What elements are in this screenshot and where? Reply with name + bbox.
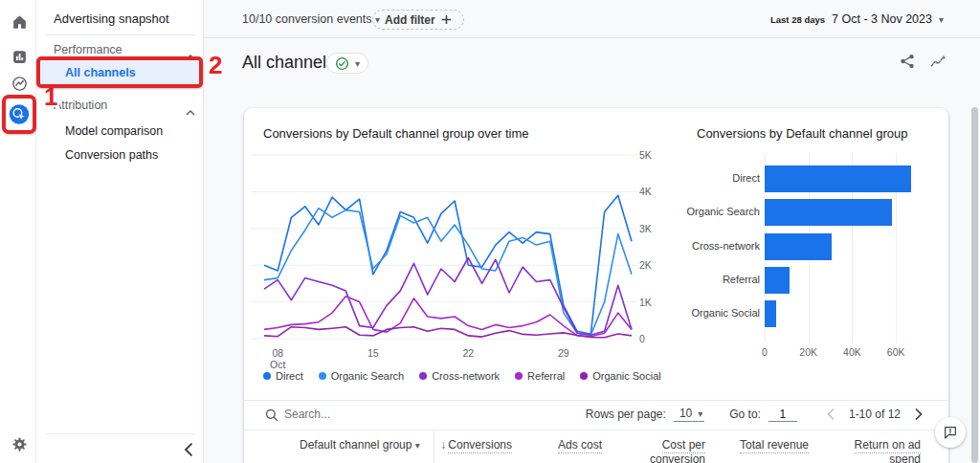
line-chart-y-axis: 5K4K3K2K1K0 (639, 151, 662, 352)
legend-dot-icon (419, 372, 427, 380)
column-label: Cost per conversion (650, 438, 705, 463)
nav-item-conversion-paths[interactable]: Conversion paths (65, 148, 158, 162)
column-header-ads-cost[interactable]: Ads cost (522, 438, 602, 452)
line-chart (251, 151, 637, 344)
legend-dot-icon (515, 372, 523, 380)
column-header-default-channel-group[interactable]: Default channel group ▾ (300, 438, 420, 452)
line-chart-x-axis: 08Oct152229 (251, 347, 643, 372)
previous-page-icon[interactable] (822, 406, 839, 423)
nav-divider (46, 433, 195, 434)
rows-per-page-value: 10 (679, 407, 692, 420)
nav-item-advertising-snapshot[interactable]: Advertising snapshot (54, 11, 169, 26)
feedback-button[interactable] (935, 417, 966, 448)
legend-item-referral[interactable]: Referral (515, 370, 565, 382)
legend-dot-icon (580, 372, 588, 380)
rows-per-page-label: Rows per page: (586, 408, 666, 421)
insights-icon[interactable] (929, 53, 950, 74)
collapse-nav-icon[interactable] (180, 441, 197, 458)
column-header-return-on-ad-spend[interactable]: Return on ad spend (835, 438, 921, 463)
bar-category-label: Organic Social (679, 307, 760, 319)
home-icon[interactable] (9, 11, 30, 33)
table-toolbar: Rows per page: 10 ▾ Go to: 1-10 of 12 (244, 400, 948, 430)
report-card: Conversions by Default channel group ove… (244, 108, 948, 463)
bar-category-label: Cross-network (679, 240, 760, 252)
bar-chart: 020K40K60KDirectOrganic SearchCross-netw… (679, 151, 943, 362)
annotation-box-all-channels (36, 56, 203, 88)
conversion-events-label: 10/10 conversion events (242, 12, 372, 26)
go-to-label: Go to: (729, 408, 761, 421)
bar-cross-network (765, 233, 832, 260)
legend-label: Cross-network (432, 370, 500, 382)
line-series-cross-network (264, 258, 632, 336)
bar-x-tick-label: 0 (750, 346, 779, 358)
caret-down-icon: ▾ (939, 14, 944, 25)
table-header-row: Default channel group ▾ ↓Conversions Ads… (244, 430, 948, 463)
gear-icon[interactable] (9, 433, 30, 454)
annotation-box-advertising-icon (2, 95, 36, 134)
check-circle-icon (335, 56, 349, 71)
y-tick-label: 0 (639, 333, 662, 344)
line-series-organic-search (264, 209, 632, 336)
report-status-badge[interactable]: ▾ (326, 53, 368, 74)
column-header-conversions[interactable]: ↓Conversions (416, 438, 512, 452)
reports-icon[interactable] (9, 46, 30, 67)
bar-organic-social (765, 300, 776, 327)
plus-icon (441, 14, 452, 25)
date-preset-label: Last 28 days (770, 14, 825, 25)
bar-direct (765, 165, 911, 192)
annotation-step-2: 2 (209, 51, 222, 80)
bar-category-label: Referral (679, 274, 760, 285)
legend-dot-icon (319, 372, 326, 380)
page-title: All channels (242, 53, 335, 73)
pagination-controls: Rows per page: 10 ▾ Go to: 1-10 of 12 (586, 406, 927, 423)
search-input[interactable] (284, 408, 428, 421)
explore-icon[interactable] (9, 73, 30, 94)
chevron-up-icon[interactable] (186, 47, 197, 55)
bar-chart-title: Conversions by Default channel group (697, 126, 907, 141)
y-tick-label: 4K (639, 186, 662, 197)
legend-dot-icon (263, 372, 271, 380)
column-label: Ads cost (558, 438, 602, 453)
sort-desc-icon: ↓ (440, 438, 446, 452)
nav-divider (46, 34, 195, 35)
filter-bar: 10/10 conversion events ▾ Add filter Las… (204, 0, 980, 38)
chevron-up-icon[interactable] (186, 102, 197, 110)
x-tick-label: 08Oct (261, 347, 294, 370)
x-tick-label: 15 (357, 347, 390, 359)
feedback-icon (943, 425, 958, 440)
y-tick-label: 3K (639, 223, 662, 234)
rows-per-page-select[interactable]: 10 ▾ (674, 407, 704, 422)
column-label: Return on ad spend (855, 438, 921, 463)
line-chart-legend: DirectOrganic SearchCross-networkReferra… (263, 370, 661, 382)
bar-x-tick-label: 40K (837, 346, 866, 358)
caret-down-icon: ▾ (698, 408, 702, 419)
x-tick-label: 29 (547, 347, 580, 359)
main-content: 10/10 conversion events ▾ Add filter Las… (204, 0, 980, 463)
search-icon (265, 408, 278, 422)
next-page-icon[interactable] (910, 406, 927, 423)
page-range-label: 1-10 of 12 (849, 408, 901, 421)
y-tick-label: 5K (639, 149, 662, 161)
conversion-events-selector[interactable]: 10/10 conversion events ▾ (242, 12, 380, 26)
add-filter-button[interactable]: Add filter (372, 10, 464, 30)
legend-item-organic-social[interactable]: Organic Social (580, 370, 661, 382)
legend-item-cross-network[interactable]: Cross-network (419, 370, 500, 382)
legend-item-direct[interactable]: Direct (263, 370, 303, 382)
bar-organic-search (765, 199, 892, 226)
nav-section-performance[interactable]: Performance (54, 43, 122, 56)
column-header-total-revenue[interactable]: Total revenue (732, 438, 809, 452)
nav-section-attribution[interactable]: Attribution (54, 99, 107, 112)
nav-item-model-comparison[interactable]: Model comparison (65, 124, 163, 138)
share-icon[interactable] (899, 53, 920, 74)
column-header-cost-per-conversion[interactable]: Cost per conversion (619, 438, 705, 463)
column-label: Default channel group (300, 438, 412, 452)
date-range-selector[interactable]: Last 28 days 7 Oct - 3 Nov 2023 ▾ (770, 12, 944, 26)
vertical-scrollbar[interactable] (971, 107, 978, 463)
bar-referral (765, 267, 790, 294)
go-to-page-input[interactable] (768, 408, 797, 422)
bar-category-label: Direct (679, 172, 760, 184)
legend-item-organic-search[interactable]: Organic Search (319, 370, 404, 382)
caret-down-icon: ▾ (355, 58, 360, 69)
bar-category-label: Organic Search (679, 206, 760, 217)
ga4-advertising-page: Advertising snapshot Performance All cha… (0, 0, 980, 463)
